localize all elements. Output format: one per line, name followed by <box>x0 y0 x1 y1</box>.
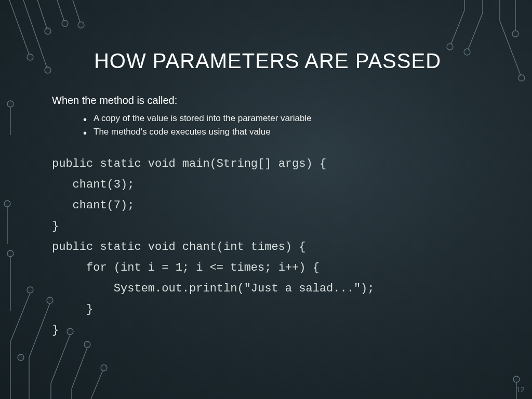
svg-line-35 <box>467 13 483 52</box>
svg-point-9 <box>78 22 84 28</box>
page-number: 12 <box>516 385 525 394</box>
circuit-bottom-right-icon <box>501 368 532 399</box>
svg-line-6 <box>57 0 65 23</box>
svg-point-16 <box>27 287 33 293</box>
slide-title: HOW PARAMETERS ARE PASSED <box>52 49 483 73</box>
svg-point-30 <box>101 365 107 371</box>
bullet-list: A copy of the value is stored into the p… <box>83 112 483 139</box>
svg-line-29 <box>91 368 104 399</box>
svg-line-20 <box>29 303 50 357</box>
lead-text: When the method is called: <box>52 95 483 107</box>
svg-point-7 <box>62 20 68 26</box>
circuit-left-icon <box>0 197 26 244</box>
svg-point-22 <box>18 354 24 361</box>
svg-line-2 <box>23 0 48 70</box>
svg-point-14 <box>7 250 14 257</box>
slide-content: HOW PARAMETERS ARE PASSED When the metho… <box>52 49 483 341</box>
svg-line-4 <box>37 0 48 31</box>
svg-point-10 <box>7 101 14 107</box>
list-item: The method's code executes using that va… <box>83 125 483 139</box>
svg-point-26 <box>84 341 90 348</box>
svg-line-0 <box>9 0 30 57</box>
svg-line-32 <box>450 10 464 47</box>
svg-point-39 <box>518 75 525 81</box>
code-block: public static void main(String[] args) {… <box>52 154 483 341</box>
svg-point-1 <box>27 54 33 60</box>
svg-point-41 <box>512 31 518 37</box>
svg-line-17 <box>10 293 30 342</box>
list-item: A copy of the value is stored into the p… <box>83 112 483 125</box>
svg-line-27 <box>72 348 87 389</box>
svg-point-42 <box>513 376 520 382</box>
svg-point-3 <box>45 67 51 73</box>
svg-point-12 <box>4 201 10 207</box>
svg-line-8 <box>73 0 81 25</box>
svg-line-38 <box>500 21 522 78</box>
svg-point-5 <box>45 28 51 34</box>
svg-line-24 <box>51 335 70 383</box>
